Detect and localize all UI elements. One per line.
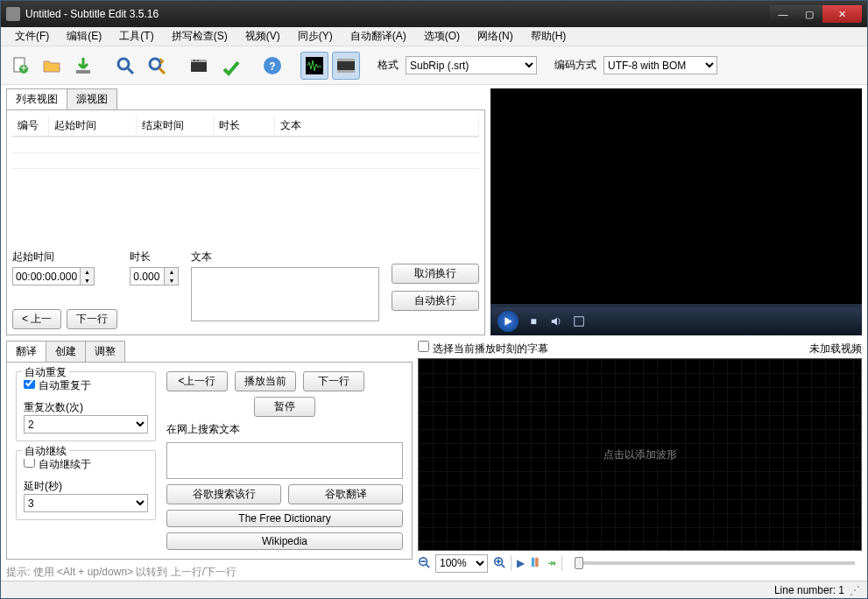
freedictionary-button[interactable]: The Free Dictionary: [166, 510, 403, 527]
spin-up-icon[interactable]: ▲: [81, 268, 94, 277]
next-line-button[interactable]: 下一行: [67, 309, 117, 329]
repeat-count-label: 重复次数(次): [24, 400, 148, 415]
tab-create[interactable]: 创建: [46, 341, 86, 362]
menu-edit[interactable]: 编辑(E): [60, 27, 109, 46]
subtitle-grid[interactable]: [12, 137, 479, 243]
svg-rect-9: [191, 60, 207, 62]
subtitle-text-input[interactable]: [191, 267, 379, 321]
trans-next-button[interactable]: 下一行: [303, 371, 364, 391]
svg-point-10: [194, 60, 195, 61]
col-duration[interactable]: 时长: [214, 116, 275, 136]
add-waveform-label: 点击以添加波形: [603, 447, 677, 462]
autorepeat-checkbox[interactable]: 自动重复于: [24, 379, 91, 391]
menu-network[interactable]: 网络(N): [470, 27, 520, 46]
table-row[interactable]: [12, 137, 479, 152]
unbreak-button[interactable]: 取消换行: [392, 264, 479, 284]
menu-tools[interactable]: 工具(T): [112, 27, 160, 46]
line-number-status: Line number: 1: [774, 584, 844, 596]
encoding-select[interactable]: UTF-8 with BOM: [603, 56, 717, 74]
menu-spellcheck[interactable]: 拼写检查(S): [165, 27, 235, 46]
maximize-button[interactable]: ▢: [796, 5, 822, 23]
select-current-checkbox[interactable]: 选择当前播放时刻的字幕: [418, 341, 548, 356]
svg-rect-27: [535, 557, 539, 567]
menu-options[interactable]: 选项(O): [417, 27, 467, 46]
help-icon[interactable]: ?: [258, 52, 286, 80]
svg-line-20: [427, 564, 430, 567]
menu-file[interactable]: 文件(F): [8, 27, 56, 46]
spin-down-icon[interactable]: ▼: [165, 277, 178, 285]
waveform-panel[interactable]: 点击以添加波形: [418, 358, 862, 551]
menu-video[interactable]: 视频(V): [238, 27, 287, 46]
menu-help[interactable]: 帮助(H): [524, 27, 574, 46]
video-icon[interactable]: [332, 52, 360, 80]
volume-icon[interactable]: [548, 314, 564, 329]
replace-icon[interactable]: [143, 52, 171, 80]
autocontinue-group: 自动继续 自动继续于 延时(秒) 3: [16, 450, 156, 520]
resize-grip-icon[interactable]: ⋰: [850, 584, 860, 596]
tab-translate[interactable]: 翻译: [6, 341, 46, 362]
open-file-icon[interactable]: [38, 52, 66, 80]
delay-label: 延时(秒): [24, 479, 148, 494]
start-time-input[interactable]: ▲▼: [12, 267, 117, 285]
search-text-input[interactable]: [166, 442, 403, 479]
video-player[interactable]: ■: [490, 88, 862, 335]
delay-select[interactable]: 3: [24, 494, 148, 512]
app-icon: [6, 7, 20, 21]
wikipedia-button[interactable]: Wikipedia: [166, 532, 403, 550]
repeat-count-select[interactable]: 2: [24, 415, 148, 433]
stop-button[interactable]: ■: [526, 314, 541, 329]
table-row[interactable]: [12, 168, 479, 184]
tab-listview[interactable]: 列表视图: [6, 88, 67, 109]
video-controls: ■: [490, 307, 862, 335]
minimize-button[interactable]: —: [770, 5, 796, 23]
wave-next-icon[interactable]: ↠: [547, 557, 556, 569]
zoom-in-icon[interactable]: [493, 556, 505, 571]
zoom-out-icon[interactable]: [418, 556, 430, 571]
col-number[interactable]: 编号: [12, 116, 49, 136]
new-file-icon[interactable]: +: [6, 52, 34, 80]
svg-line-23: [502, 564, 505, 567]
close-button[interactable]: ✕: [822, 5, 862, 23]
prev-line-button[interactable]: < 上一: [12, 309, 61, 329]
visual-sync-icon[interactable]: [185, 52, 213, 80]
speed-slider[interactable]: [575, 561, 855, 565]
find-icon[interactable]: [111, 52, 139, 80]
google-search-button[interactable]: 谷歌搜索该行: [166, 484, 281, 504]
wave-play-icon[interactable]: ▶: [517, 557, 525, 569]
col-text[interactable]: 文本: [275, 116, 479, 136]
google-translate-button[interactable]: 谷歌翻译: [288, 484, 403, 504]
format-select[interactable]: SubRip (.srt): [406, 56, 537, 74]
zoom-select[interactable]: 100%: [435, 554, 488, 573]
col-start[interactable]: 起始时间: [49, 116, 137, 136]
spin-up-icon[interactable]: ▲: [165, 268, 178, 277]
waveform-icon[interactable]: [300, 52, 328, 80]
tab-adjust[interactable]: 调整: [85, 341, 125, 362]
format-label: 格式: [378, 58, 399, 73]
play-button[interactable]: [498, 311, 519, 332]
svg-point-6: [150, 59, 160, 69]
fullscreen-icon[interactable]: [571, 314, 587, 329]
table-row[interactable]: [12, 152, 479, 168]
tab-sourceview[interactable]: 源视图: [67, 88, 117, 109]
svg-rect-18: [575, 317, 584, 327]
svg-point-11: [197, 60, 199, 61]
spin-down-icon[interactable]: ▼: [81, 277, 94, 285]
autocontinue-checkbox[interactable]: 自动继续于: [24, 458, 91, 470]
autobreak-button[interactable]: 自动换行: [392, 291, 479, 311]
trans-prev-button[interactable]: <上一行: [166, 371, 228, 391]
pause-button[interactable]: 暂停: [254, 397, 315, 417]
duration-input[interactable]: ▲▼: [130, 267, 179, 285]
duration-label: 时长: [130, 250, 179, 264]
start-time-label: 起始时间: [12, 250, 117, 264]
play-current-button[interactable]: 播放当前: [235, 371, 296, 391]
save-file-icon[interactable]: [69, 52, 97, 80]
col-end[interactable]: 结束时间: [137, 116, 214, 136]
menu-sync[interactable]: 同步(Y): [291, 27, 340, 46]
encoding-label: 编码方式: [554, 58, 596, 73]
svg-rect-16: [337, 59, 355, 61]
svg-line-5: [128, 68, 133, 74]
menu-autotranslate[interactable]: 自动翻译(A): [343, 27, 413, 46]
wave-position-icon[interactable]: [530, 556, 542, 571]
svg-rect-26: [532, 557, 535, 567]
spellcheck-icon[interactable]: [216, 52, 244, 80]
